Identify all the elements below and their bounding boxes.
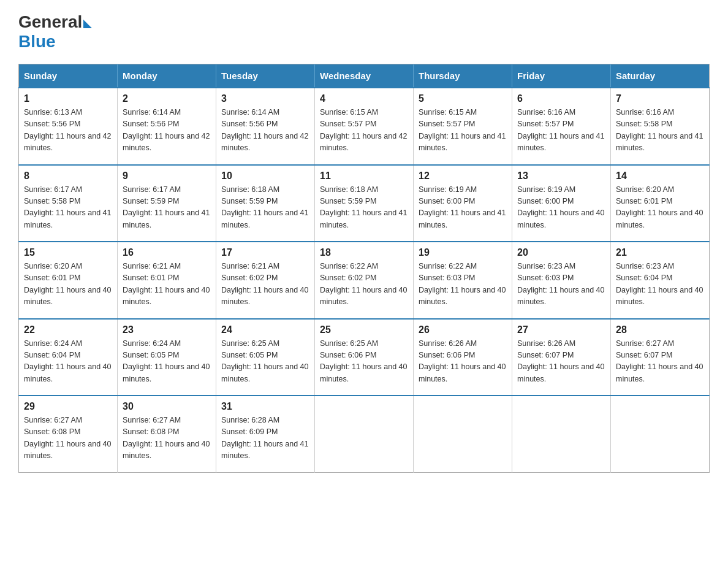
day-number: 16 <box>123 247 211 258</box>
logo-arrow-icon <box>83 20 92 28</box>
day-number: 14 <box>616 170 704 182</box>
day-number: 2 <box>123 93 211 104</box>
col-tuesday: Tuesday <box>216 64 315 88</box>
calendar-cell: 25Sunrise: 6:25 AMSunset: 6:06 PMDayligh… <box>315 319 414 396</box>
calendar-cell: 16Sunrise: 6:21 AMSunset: 6:01 PMDayligh… <box>118 242 216 319</box>
day-number: 22 <box>24 324 112 335</box>
calendar-cell: 2Sunrise: 6:14 AMSunset: 5:56 PMDaylight… <box>118 88 216 165</box>
day-info: Sunrise: 6:15 AMSunset: 5:57 PMDaylight:… <box>419 107 507 155</box>
logo-blue-text: Blue <box>18 32 92 52</box>
day-info: Sunrise: 6:27 AMSunset: 6:08 PMDaylight:… <box>24 415 112 462</box>
calendar-cell: 28Sunrise: 6:27 AMSunset: 6:07 PMDayligh… <box>611 319 710 396</box>
day-info: Sunrise: 6:15 AMSunset: 5:57 PMDaylight:… <box>320 107 408 155</box>
page-header: General Blue <box>18 12 710 52</box>
calendar-cell <box>315 396 414 472</box>
day-number: 24 <box>221 324 309 335</box>
calendar-cell: 10Sunrise: 6:18 AMSunset: 5:59 PMDayligh… <box>216 165 315 242</box>
calendar-cell <box>512 396 611 472</box>
col-thursday: Thursday <box>414 64 512 88</box>
day-number: 20 <box>517 247 605 258</box>
calendar-cell: 17Sunrise: 6:21 AMSunset: 6:02 PMDayligh… <box>216 242 315 319</box>
day-info: Sunrise: 6:25 AMSunset: 6:06 PMDaylight:… <box>320 338 408 386</box>
calendar-cell: 23Sunrise: 6:24 AMSunset: 6:05 PMDayligh… <box>118 319 216 396</box>
day-number: 7 <box>616 93 704 104</box>
calendar-cell: 7Sunrise: 6:16 AMSunset: 5:58 PMDaylight… <box>611 88 710 165</box>
logo: General Blue <box>18 12 92 52</box>
calendar-cell: 14Sunrise: 6:20 AMSunset: 6:01 PMDayligh… <box>611 165 710 242</box>
calendar-cell: 30Sunrise: 6:27 AMSunset: 6:08 PMDayligh… <box>118 396 216 472</box>
day-info: Sunrise: 6:28 AMSunset: 6:09 PMDaylight:… <box>221 415 309 462</box>
calendar-cell <box>414 396 512 472</box>
calendar-cell: 18Sunrise: 6:22 AMSunset: 6:02 PMDayligh… <box>315 242 414 319</box>
day-number: 28 <box>616 324 704 335</box>
calendar-cell: 4Sunrise: 6:15 AMSunset: 5:57 PMDaylight… <box>315 88 414 165</box>
calendar-week-row: 29Sunrise: 6:27 AMSunset: 6:08 PMDayligh… <box>19 396 710 472</box>
day-info: Sunrise: 6:24 AMSunset: 6:04 PMDaylight:… <box>24 338 112 386</box>
day-info: Sunrise: 6:13 AMSunset: 5:56 PMDaylight:… <box>24 107 112 155</box>
calendar-cell: 26Sunrise: 6:26 AMSunset: 6:06 PMDayligh… <box>414 319 512 396</box>
col-friday: Friday <box>512 64 611 88</box>
calendar-cell: 12Sunrise: 6:19 AMSunset: 6:00 PMDayligh… <box>414 165 512 242</box>
day-number: 6 <box>517 93 605 104</box>
day-info: Sunrise: 6:18 AMSunset: 5:59 PMDaylight:… <box>221 184 309 232</box>
col-monday: Monday <box>118 64 216 88</box>
day-info: Sunrise: 6:23 AMSunset: 6:03 PMDaylight:… <box>517 261 605 308</box>
day-number: 23 <box>123 324 211 335</box>
day-number: 30 <box>123 401 211 412</box>
calendar-table: Sunday Monday Tuesday Wednesday Thursday… <box>18 64 710 473</box>
day-info: Sunrise: 6:23 AMSunset: 6:04 PMDaylight:… <box>616 261 704 308</box>
day-info: Sunrise: 6:27 AMSunset: 6:07 PMDaylight:… <box>616 338 704 386</box>
day-number: 15 <box>24 247 112 258</box>
day-number: 17 <box>221 247 309 258</box>
day-number: 1 <box>24 93 112 104</box>
day-info: Sunrise: 6:19 AMSunset: 6:00 PMDaylight:… <box>517 184 605 232</box>
calendar-cell: 9Sunrise: 6:17 AMSunset: 5:59 PMDaylight… <box>118 165 216 242</box>
calendar-cell <box>611 396 710 472</box>
calendar-cell: 20Sunrise: 6:23 AMSunset: 6:03 PMDayligh… <box>512 242 611 319</box>
calendar-cell: 19Sunrise: 6:22 AMSunset: 6:03 PMDayligh… <box>414 242 512 319</box>
calendar-cell: 29Sunrise: 6:27 AMSunset: 6:08 PMDayligh… <box>19 396 118 472</box>
day-number: 31 <box>221 401 309 412</box>
day-number: 3 <box>221 93 309 104</box>
calendar-cell: 8Sunrise: 6:17 AMSunset: 5:58 PMDaylight… <box>19 165 118 242</box>
day-info: Sunrise: 6:18 AMSunset: 5:59 PMDaylight:… <box>320 184 408 232</box>
day-number: 8 <box>24 170 112 182</box>
calendar-week-row: 22Sunrise: 6:24 AMSunset: 6:04 PMDayligh… <box>19 319 710 396</box>
day-info: Sunrise: 6:20 AMSunset: 6:01 PMDaylight:… <box>24 261 112 308</box>
day-number: 29 <box>24 401 112 412</box>
calendar-cell: 22Sunrise: 6:24 AMSunset: 6:04 PMDayligh… <box>19 319 118 396</box>
calendar-cell: 11Sunrise: 6:18 AMSunset: 5:59 PMDayligh… <box>315 165 414 242</box>
day-info: Sunrise: 6:21 AMSunset: 6:02 PMDaylight:… <box>221 261 309 308</box>
col-wednesday: Wednesday <box>315 64 414 88</box>
day-info: Sunrise: 6:22 AMSunset: 6:03 PMDaylight:… <box>419 261 507 308</box>
calendar-week-row: 15Sunrise: 6:20 AMSunset: 6:01 PMDayligh… <box>19 242 710 319</box>
day-info: Sunrise: 6:17 AMSunset: 5:59 PMDaylight:… <box>123 184 211 232</box>
calendar-week-row: 1Sunrise: 6:13 AMSunset: 5:56 PMDaylight… <box>19 88 710 165</box>
day-info: Sunrise: 6:24 AMSunset: 6:05 PMDaylight:… <box>123 338 211 386</box>
day-info: Sunrise: 6:27 AMSunset: 6:08 PMDaylight:… <box>123 415 211 462</box>
col-sunday: Sunday <box>19 64 118 88</box>
day-info: Sunrise: 6:14 AMSunset: 5:56 PMDaylight:… <box>123 107 211 155</box>
calendar-cell: 24Sunrise: 6:25 AMSunset: 6:05 PMDayligh… <box>216 319 315 396</box>
day-number: 27 <box>517 324 605 335</box>
day-number: 9 <box>123 170 211 182</box>
calendar-header-row: Sunday Monday Tuesday Wednesday Thursday… <box>19 64 710 88</box>
calendar-cell: 13Sunrise: 6:19 AMSunset: 6:00 PMDayligh… <box>512 165 611 242</box>
calendar-cell: 5Sunrise: 6:15 AMSunset: 5:57 PMDaylight… <box>414 88 512 165</box>
day-info: Sunrise: 6:20 AMSunset: 6:01 PMDaylight:… <box>616 184 704 232</box>
calendar-cell: 3Sunrise: 6:14 AMSunset: 5:56 PMDaylight… <box>216 88 315 165</box>
calendar-week-row: 8Sunrise: 6:17 AMSunset: 5:58 PMDaylight… <box>19 165 710 242</box>
day-number: 11 <box>320 170 408 182</box>
calendar-cell: 21Sunrise: 6:23 AMSunset: 6:04 PMDayligh… <box>611 242 710 319</box>
day-number: 19 <box>419 247 507 258</box>
calendar-cell: 1Sunrise: 6:13 AMSunset: 5:56 PMDaylight… <box>19 88 118 165</box>
day-number: 10 <box>221 170 309 182</box>
day-info: Sunrise: 6:17 AMSunset: 5:58 PMDaylight:… <box>24 184 112 232</box>
logo-general-text: General <box>18 12 82 32</box>
day-number: 4 <box>320 93 408 104</box>
day-info: Sunrise: 6:19 AMSunset: 6:00 PMDaylight:… <box>419 184 507 232</box>
day-info: Sunrise: 6:22 AMSunset: 6:02 PMDaylight:… <box>320 261 408 308</box>
day-number: 18 <box>320 247 408 258</box>
day-info: Sunrise: 6:26 AMSunset: 6:07 PMDaylight:… <box>517 338 605 386</box>
day-info: Sunrise: 6:16 AMSunset: 5:57 PMDaylight:… <box>517 107 605 155</box>
